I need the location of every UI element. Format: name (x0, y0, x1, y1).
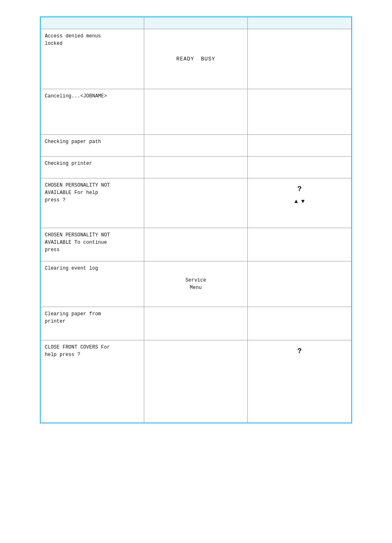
table-row: CHOSEN PERSONALITY NOT AVAILABLE For hel… (41, 178, 351, 228)
header-col3 (248, 17, 351, 29)
chosen-personality-help-col2 (144, 178, 248, 228)
busy-label: BUSY (201, 56, 215, 62)
chosen-personality-help-text: CHOSEN PERSONALITY NOT AVAILABLE For hel… (45, 182, 140, 204)
page-container: Access denied menus locked READY BUSY Ca… (0, 0, 392, 543)
checking-paper-path-col1: Checking paper path (41, 135, 144, 156)
checking-printer-col2 (144, 157, 248, 178)
table-row: Checking paper path (41, 135, 351, 157)
access-denied-text: Access denied menus locked (45, 32, 140, 47)
status-labels: READY BUSY (176, 56, 215, 62)
checking-paper-path-col3 (248, 135, 351, 156)
nav-up-icon[interactable]: ▲ (295, 198, 298, 205)
canceling-text: Canceling...<JOBNAME> (45, 92, 140, 100)
table-row: Checking printer (41, 157, 351, 178)
chosen-personality-help-col1: CHOSEN PERSONALITY NOT AVAILABLE For hel… (41, 178, 144, 228)
close-front-question-mark[interactable]: ? (297, 347, 302, 355)
menu-label: Menu (185, 285, 206, 291)
table-row: Access denied menus locked READY BUSY (41, 29, 351, 89)
table-row: Clearing paper from printer (41, 307, 351, 340)
ready-label: READY (176, 56, 194, 62)
header-col1 (41, 17, 144, 29)
clearing-event-log-col3 (248, 261, 351, 307)
table-row: CLOSE FRONT COVERS For help press ? ? (41, 340, 351, 423)
nav-icons: ▲ ▼ (295, 198, 305, 205)
checking-printer-col3 (248, 157, 351, 178)
checking-paper-path-text: Checking paper path (45, 138, 140, 146)
chosen-personality-help-col3: ? ▲ ▼ (248, 178, 351, 228)
main-table: Access denied menus locked READY BUSY Ca… (40, 16, 352, 423)
table-row: CHOSEN PERSONALITY NOT AVAILABLE To cont… (41, 228, 351, 261)
table-row: Clearing event log Service Menu (41, 261, 351, 307)
chosen-personality-continue-text: CHOSEN PERSONALITY NOT AVAILABLE To cont… (45, 231, 140, 254)
chosen-personality-continue-col3 (248, 228, 351, 261)
clearing-event-log-col1: Clearing event log (41, 261, 144, 307)
access-denied-col3 (248, 29, 351, 89)
table-row: Canceling...<JOBNAME> (41, 89, 351, 135)
canceling-col2 (144, 89, 248, 134)
table-header-row (41, 17, 351, 29)
canceling-col3 (248, 89, 351, 134)
close-front-covers-col3: ? (248, 340, 351, 423)
clearing-paper-col1: Clearing paper from printer (41, 307, 144, 340)
chosen-personality-continue-col1: CHOSEN PERSONALITY NOT AVAILABLE To cont… (41, 228, 144, 261)
close-front-covers-col1: CLOSE FRONT COVERS For help press ? (41, 340, 144, 423)
clearing-event-log-text: Clearing event log (45, 265, 140, 272)
header-col2 (144, 17, 248, 29)
nav-down-icon[interactable]: ▼ (301, 198, 304, 205)
clearing-paper-text: Clearing paper from printer (45, 310, 140, 325)
clearing-event-log-col2: Service Menu (144, 261, 248, 307)
service-menu: Service Menu (185, 277, 206, 291)
help-question-mark[interactable]: ? (297, 185, 302, 193)
access-denied-col2: READY BUSY (144, 29, 248, 89)
clearing-paper-col2 (144, 307, 248, 340)
chosen-personality-continue-col2 (144, 228, 248, 261)
close-front-covers-col2 (144, 340, 248, 423)
canceling-col1: Canceling...<JOBNAME> (41, 89, 144, 134)
checking-printer-col1: Checking printer (41, 157, 144, 178)
checking-paper-path-col2 (144, 135, 248, 156)
service-label: Service (185, 277, 206, 283)
checking-printer-text: Checking printer (45, 160, 140, 167)
clearing-paper-col3 (248, 307, 351, 340)
access-denied-col1: Access denied menus locked (41, 29, 144, 89)
close-front-covers-text: CLOSE FRONT COVERS For help press ? (45, 344, 140, 358)
